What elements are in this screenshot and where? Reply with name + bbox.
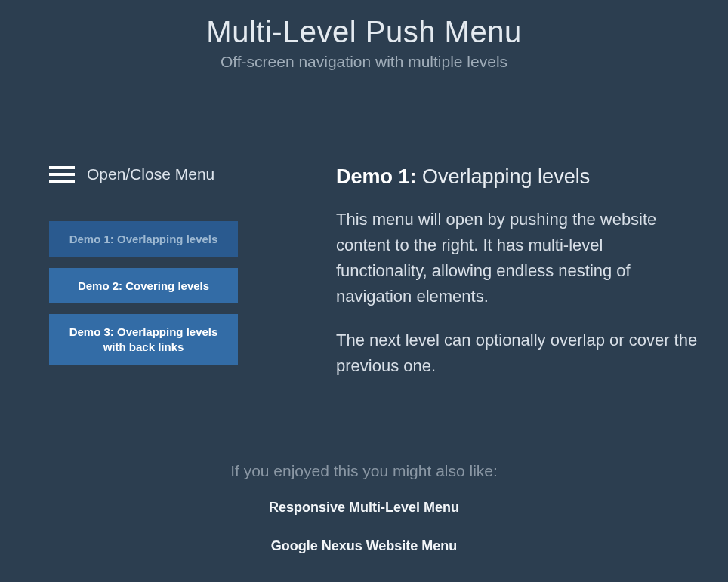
demo-heading-rest: Overlapping levels bbox=[417, 165, 591, 188]
right-column: Demo 1: Overlapping levels This menu wil… bbox=[336, 165, 713, 398]
list-item: Demo 2: Covering levels bbox=[49, 268, 313, 304]
demo-1-button[interactable]: Demo 1: Overlapping levels bbox=[49, 221, 238, 257]
main-content: Open/Close Menu Demo 1: Overlapping leve… bbox=[0, 86, 728, 398]
footer-intro: If you enjoyed this you might also like: bbox=[0, 462, 728, 480]
footer: If you enjoyed this you might also like:… bbox=[0, 462, 728, 554]
demo-list: Demo 1: Overlapping levels Demo 2: Cover… bbox=[49, 221, 313, 365]
page-subtitle: Off-screen navigation with multiple leve… bbox=[0, 53, 728, 71]
demo-2-button[interactable]: Demo 2: Covering levels bbox=[49, 268, 238, 304]
hamburger-icon bbox=[49, 166, 75, 183]
left-column: Open/Close Menu Demo 1: Overlapping leve… bbox=[49, 165, 336, 398]
list-item: Demo 3: Overlapping levels with back lin… bbox=[49, 314, 313, 365]
demo-heading-strong: Demo 1: bbox=[336, 165, 417, 188]
footer-link-2[interactable]: Google Nexus Website Menu bbox=[0, 538, 728, 554]
footer-link-1[interactable]: Responsive Multi-Level Menu bbox=[0, 500, 728, 516]
list-item: Demo 1: Overlapping levels bbox=[49, 221, 313, 257]
demo-paragraph-2: The next level can optionally overlap or… bbox=[336, 328, 698, 379]
demo-heading: Demo 1: Overlapping levels bbox=[336, 165, 698, 189]
page-header: Multi-Level Push Menu Off-screen navigat… bbox=[0, 0, 728, 86]
menu-trigger-label: Open/Close Menu bbox=[87, 165, 214, 183]
demo-paragraph-1: This menu will open by pushing the websi… bbox=[336, 207, 698, 309]
demo-3-button[interactable]: Demo 3: Overlapping levels with back lin… bbox=[49, 314, 238, 365]
menu-trigger[interactable]: Open/Close Menu bbox=[49, 165, 313, 183]
page-title: Multi-Level Push Menu bbox=[0, 15, 728, 49]
